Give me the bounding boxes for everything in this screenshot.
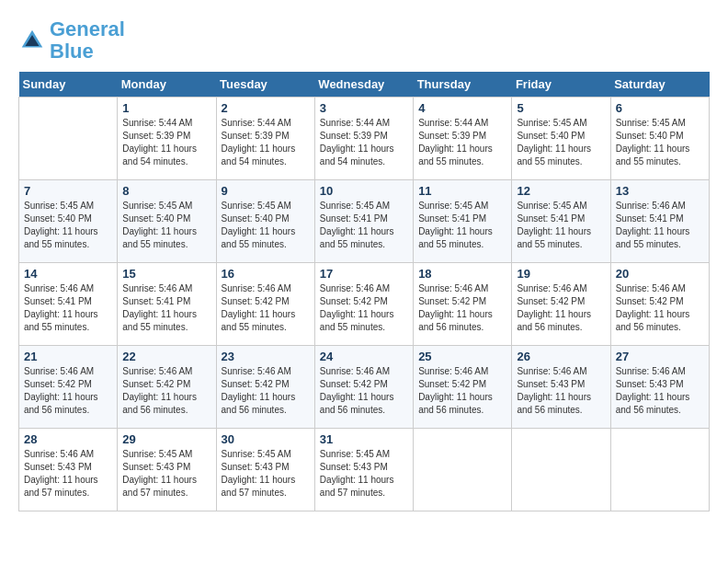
day-number: 22 <box>122 350 210 363</box>
calendar-cell: 4Sunrise: 5:44 AM Sunset: 5:39 PM Daylig… <box>414 98 512 180</box>
weekday-header-friday: Friday <box>512 72 610 98</box>
calendar-cell: 28Sunrise: 5:46 AM Sunset: 5:43 PM Dayli… <box>19 429 118 511</box>
calendar-cell: 1Sunrise: 5:44 AM Sunset: 5:39 PM Daylig… <box>118 98 216 180</box>
day-info: Sunrise: 5:44 AM Sunset: 5:39 PM Dayligh… <box>122 117 210 168</box>
logo: General Blue <box>18 18 125 63</box>
day-number: 8 <box>122 184 210 198</box>
calendar-cell: 16Sunrise: 5:46 AM Sunset: 5:42 PM Dayli… <box>216 263 314 346</box>
calendar-cell: 12Sunrise: 5:45 AM Sunset: 5:41 PM Dayli… <box>512 180 610 263</box>
calendar-cell: 27Sunrise: 5:46 AM Sunset: 5:43 PM Dayli… <box>610 346 709 429</box>
day-info: Sunrise: 5:46 AM Sunset: 5:42 PM Dayligh… <box>517 282 605 334</box>
calendar-cell: 11Sunrise: 5:45 AM Sunset: 5:41 PM Dayli… <box>414 180 512 263</box>
calendar-cell: 6Sunrise: 5:45 AM Sunset: 5:40 PM Daylig… <box>610 98 709 180</box>
day-info: Sunrise: 5:46 AM Sunset: 5:42 PM Dayligh… <box>222 282 310 334</box>
day-info: Sunrise: 5:46 AM Sunset: 5:42 PM Dayligh… <box>418 365 506 417</box>
day-info: Sunrise: 5:46 AM Sunset: 5:43 PM Dayligh… <box>517 365 605 417</box>
calendar-cell <box>610 429 709 511</box>
day-info: Sunrise: 5:46 AM Sunset: 5:43 PM Dayligh… <box>24 448 112 500</box>
calendar-table: SundayMondayTuesdayWednesdayThursdayFrid… <box>18 72 710 511</box>
day-info: Sunrise: 5:44 AM Sunset: 5:39 PM Dayligh… <box>222 117 310 168</box>
day-number: 4 <box>418 101 506 115</box>
calendar-cell: 24Sunrise: 5:46 AM Sunset: 5:42 PM Dayli… <box>314 346 413 429</box>
calendar-cell: 29Sunrise: 5:45 AM Sunset: 5:43 PM Dayli… <box>118 429 216 511</box>
day-number: 27 <box>616 350 704 363</box>
calendar-cell: 25Sunrise: 5:46 AM Sunset: 5:42 PM Dayli… <box>414 346 512 429</box>
day-info: Sunrise: 5:46 AM Sunset: 5:42 PM Dayligh… <box>222 365 310 417</box>
day-number: 15 <box>122 267 210 281</box>
day-number: 25 <box>418 350 506 363</box>
calendar-cell: 23Sunrise: 5:46 AM Sunset: 5:42 PM Dayli… <box>216 346 314 429</box>
calendar-cell: 2Sunrise: 5:44 AM Sunset: 5:39 PM Daylig… <box>216 98 314 180</box>
day-info: Sunrise: 5:44 AM Sunset: 5:39 PM Dayligh… <box>320 117 408 168</box>
calendar-cell <box>414 429 512 511</box>
day-info: Sunrise: 5:45 AM Sunset: 5:43 PM Dayligh… <box>222 448 310 500</box>
day-info: Sunrise: 5:46 AM Sunset: 5:43 PM Dayligh… <box>616 365 704 417</box>
day-number: 23 <box>222 350 310 363</box>
weekday-header-thursday: Thursday <box>414 72 512 98</box>
calendar-cell: 21Sunrise: 5:46 AM Sunset: 5:42 PM Dayli… <box>19 346 118 429</box>
day-info: Sunrise: 5:45 AM Sunset: 5:43 PM Dayligh… <box>320 448 408 500</box>
day-number: 12 <box>517 184 605 198</box>
day-number: 20 <box>616 267 704 281</box>
day-number: 29 <box>122 432 210 446</box>
calendar-cell: 9Sunrise: 5:45 AM Sunset: 5:40 PM Daylig… <box>216 180 314 263</box>
day-number: 19 <box>517 267 605 281</box>
calendar-cell: 7Sunrise: 5:45 AM Sunset: 5:40 PM Daylig… <box>19 180 118 263</box>
calendar-cell: 14Sunrise: 5:46 AM Sunset: 5:41 PM Dayli… <box>19 263 118 346</box>
calendar-cell <box>512 429 610 511</box>
weekday-header-tuesday: Tuesday <box>216 72 314 98</box>
calendar-cell: 20Sunrise: 5:46 AM Sunset: 5:42 PM Dayli… <box>610 263 709 346</box>
day-info: Sunrise: 5:45 AM Sunset: 5:41 PM Dayligh… <box>418 200 506 251</box>
day-info: Sunrise: 5:45 AM Sunset: 5:40 PM Dayligh… <box>122 200 210 251</box>
day-number: 7 <box>24 184 112 198</box>
calendar-cell: 18Sunrise: 5:46 AM Sunset: 5:42 PM Dayli… <box>414 263 512 346</box>
day-info: Sunrise: 5:46 AM Sunset: 5:42 PM Dayligh… <box>122 365 210 417</box>
day-number: 30 <box>222 432 310 446</box>
calendar-cell: 15Sunrise: 5:46 AM Sunset: 5:41 PM Dayli… <box>118 263 216 346</box>
day-number: 28 <box>24 432 112 446</box>
day-info: Sunrise: 5:46 AM Sunset: 5:41 PM Dayligh… <box>616 200 704 251</box>
day-number: 2 <box>222 101 310 115</box>
day-number: 18 <box>418 267 506 281</box>
day-info: Sunrise: 5:45 AM Sunset: 5:41 PM Dayligh… <box>517 200 605 251</box>
weekday-header-monday: Monday <box>118 72 216 98</box>
calendar-cell: 5Sunrise: 5:45 AM Sunset: 5:40 PM Daylig… <box>512 98 610 180</box>
day-info: Sunrise: 5:45 AM Sunset: 5:40 PM Dayligh… <box>616 117 704 168</box>
day-number: 17 <box>320 267 408 281</box>
calendar-cell <box>19 98 118 180</box>
day-info: Sunrise: 5:45 AM Sunset: 5:40 PM Dayligh… <box>517 117 605 168</box>
day-number: 5 <box>517 101 605 115</box>
day-info: Sunrise: 5:45 AM Sunset: 5:41 PM Dayligh… <box>320 200 408 251</box>
day-number: 14 <box>24 267 112 281</box>
calendar-cell: 17Sunrise: 5:46 AM Sunset: 5:42 PM Dayli… <box>314 263 413 346</box>
day-number: 11 <box>418 184 506 198</box>
day-number: 10 <box>320 184 408 198</box>
calendar-cell: 22Sunrise: 5:46 AM Sunset: 5:42 PM Dayli… <box>118 346 216 429</box>
logo-icon <box>18 27 46 54</box>
day-number: 16 <box>222 267 310 281</box>
calendar-cell: 8Sunrise: 5:45 AM Sunset: 5:40 PM Daylig… <box>118 180 216 263</box>
day-info: Sunrise: 5:46 AM Sunset: 5:42 PM Dayligh… <box>418 282 506 334</box>
calendar-cell: 26Sunrise: 5:46 AM Sunset: 5:43 PM Dayli… <box>512 346 610 429</box>
day-info: Sunrise: 5:46 AM Sunset: 5:42 PM Dayligh… <box>616 282 704 334</box>
calendar-cell: 3Sunrise: 5:44 AM Sunset: 5:39 PM Daylig… <box>314 98 413 180</box>
calendar-cell: 31Sunrise: 5:45 AM Sunset: 5:43 PM Dayli… <box>314 429 413 511</box>
weekday-header-saturday: Saturday <box>610 72 709 98</box>
logo-text: General Blue <box>50 18 125 63</box>
weekday-header-sunday: Sunday <box>19 72 118 98</box>
day-number: 26 <box>517 350 605 363</box>
day-info: Sunrise: 5:46 AM Sunset: 5:41 PM Dayligh… <box>24 282 112 334</box>
weekday-header-wednesday: Wednesday <box>314 72 413 98</box>
page-header: General Blue <box>18 18 710 63</box>
day-number: 31 <box>320 432 408 446</box>
day-number: 13 <box>616 184 704 198</box>
day-number: 21 <box>24 350 112 363</box>
day-info: Sunrise: 5:46 AM Sunset: 5:42 PM Dayligh… <box>320 365 408 417</box>
day-info: Sunrise: 5:45 AM Sunset: 5:43 PM Dayligh… <box>122 448 210 500</box>
day-info: Sunrise: 5:46 AM Sunset: 5:42 PM Dayligh… <box>24 365 112 417</box>
day-number: 1 <box>122 101 210 115</box>
day-number: 6 <box>616 101 704 115</box>
calendar-cell: 13Sunrise: 5:46 AM Sunset: 5:41 PM Dayli… <box>610 180 709 263</box>
calendar-cell: 10Sunrise: 5:45 AM Sunset: 5:41 PM Dayli… <box>314 180 413 263</box>
day-info: Sunrise: 5:44 AM Sunset: 5:39 PM Dayligh… <box>418 117 506 168</box>
